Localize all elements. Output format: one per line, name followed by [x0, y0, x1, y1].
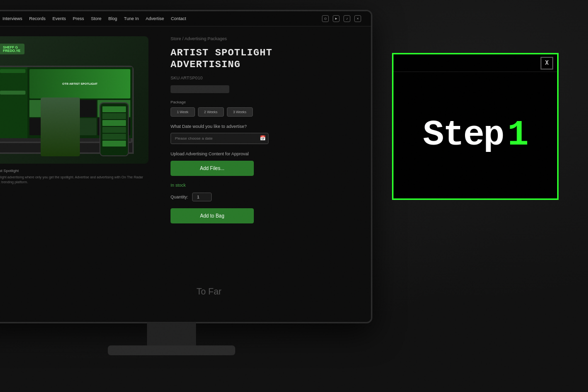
product-details-panel: Store / Advertising Packages ARTIST SPOT… [158, 26, 371, 320]
step-text: Step1 [423, 115, 528, 155]
monitor-stand-neck [147, 322, 196, 347]
twitter-icon[interactable]: ✕ [354, 15, 361, 22]
phone-mockup [99, 102, 129, 156]
sku-label: SKU [171, 75, 180, 80]
product-desc-label: spotlight [0, 188, 146, 191]
artist-tag-text: SHEFF GFREDO.YE [3, 46, 21, 52]
package-btn-2weeks[interactable]: 2 Weeks [198, 107, 224, 117]
step-word: Step [423, 115, 504, 155]
quantity-label: Quantity: [171, 195, 188, 199]
phone-item-4 [102, 127, 126, 133]
product-price [171, 85, 229, 93]
monitor-container: estyles Interviews Records Events Press … [0, 10, 397, 382]
product-mockup: SHEFF GFREDO.YE [0, 36, 148, 164]
in-stock-text: In stock [171, 183, 359, 188]
product-title: ARTIST SPOTLIGHT ADVERTISING [171, 47, 359, 71]
laptop-hero-text: OTR ARTIST SPOTLIGHT [62, 82, 98, 85]
laptop-sidebar [0, 67, 27, 138]
artist-overlay [41, 98, 80, 156]
product-desc-title: OTR Artist Spotlight [0, 169, 146, 173]
phone-item-5 [102, 134, 126, 140]
product-page: SHEFF GFREDO.YE [0, 26, 371, 320]
sku-value: ARTSP010 [181, 75, 203, 80]
upload-label: Upload Advertising Content for Approval [171, 151, 359, 157]
nav-link-press[interactable]: Press [73, 16, 84, 21]
website-navbar: estyles Interviews Records Events Press … [0, 11, 371, 26]
add-files-button[interactable]: Add Files... [171, 161, 254, 176]
package-buttons: 1 Week 2 Weeks 3 Weeks [171, 107, 359, 117]
to-far-label: To Far [196, 287, 221, 297]
phone-item-6 [102, 141, 126, 147]
date-section: What Date would you like to advertise? 📅 [171, 123, 359, 144]
instagram-icon[interactable]: ◯ [322, 15, 329, 22]
monitor-bezel: estyles Interviews Records Events Press … [0, 10, 372, 323]
phone-screen [100, 103, 128, 155]
artist-tag: SHEFF GFREDO.YE [0, 44, 24, 54]
monitor-stand-base [108, 345, 235, 355]
phone-item-2 [102, 113, 126, 119]
tiktok-icon[interactable]: ♪ [343, 15, 350, 22]
package-btn-3weeks[interactable]: 3 Weeks [227, 107, 253, 117]
package-label: Package [171, 100, 359, 104]
product-images-panel: SHEFF GFREDO.YE [0, 26, 158, 320]
youtube-icon[interactable]: ▶ [333, 15, 340, 22]
phone-item-1 [102, 106, 126, 112]
artist-figure [41, 98, 80, 156]
phone-item-3 [102, 120, 126, 126]
step-popup-header: X [393, 54, 557, 72]
nav-link-tunein[interactable]: Tune In [124, 16, 139, 21]
phone-items [101, 104, 127, 148]
date-label: What Date would you like to advertise? [171, 123, 359, 130]
step-popup-close-button[interactable]: X [540, 57, 553, 70]
package-options: Package 1 Week 2 Weeks 3 Weeks [171, 100, 359, 117]
product-sku: SKU ARTSP010 [171, 75, 359, 80]
upload-section: Upload Advertising Content for Approval … [171, 151, 359, 176]
package-btn-1week[interactable]: 1 Week [171, 107, 195, 117]
product-description: OTR Artist Spotlight Artist Spotlight ad… [0, 169, 148, 191]
nav-links: estyles Interviews Records Events Press … [0, 16, 186, 21]
stock-section: In stock [171, 183, 359, 188]
nav-link-store[interactable]: Store [91, 16, 102, 21]
date-input-wrapper: 📅 [171, 133, 269, 144]
add-to-bag-button[interactable]: Add to Bag [171, 208, 254, 223]
product-title-line1: ARTIST SPOTLIGHT [171, 47, 359, 59]
step-popup: X Step1 [392, 53, 559, 200]
quantity-input[interactable] [192, 193, 212, 201]
date-input[interactable] [171, 133, 269, 144]
nav-link-blog[interactable]: Blog [108, 16, 117, 21]
nav-link-events[interactable]: Events [52, 16, 66, 21]
nav-socials: ◯ ▶ ♪ ✕ [322, 15, 361, 22]
nav-link-contact[interactable]: Contact [171, 16, 186, 21]
nav-link-advertise[interactable]: Advertise [146, 16, 164, 21]
nav-link-interviews[interactable]: Interviews [2, 16, 23, 21]
product-title-line2: ADVERTISING [171, 59, 359, 71]
laptop-hero: OTR ARTIST SPOTLIGHT [29, 69, 130, 98]
quantity-row: Quantity: [171, 193, 359, 201]
product-desc-text: Artist Spotlight advertising where only … [0, 175, 146, 185]
breadcrumb: Store / Advertising Packages [171, 36, 359, 41]
nav-link-records[interactable]: Records [29, 16, 46, 21]
calendar-icon: 📅 [260, 135, 266, 141]
step-number: 1 [508, 115, 528, 155]
step-popup-body: Step1 [393, 72, 557, 198]
monitor-screen: estyles Interviews Records Events Press … [0, 11, 371, 322]
